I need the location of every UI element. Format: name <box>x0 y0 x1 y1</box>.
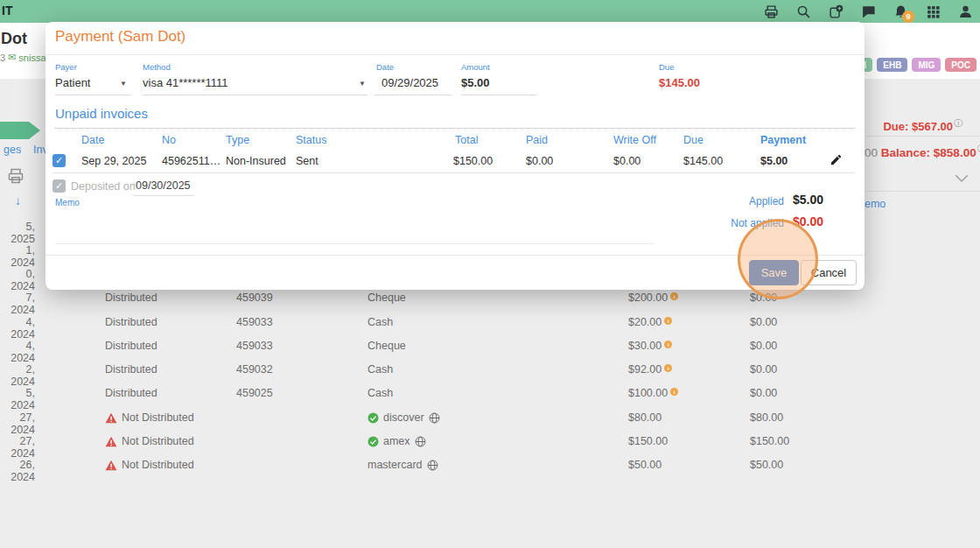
field-underline <box>133 195 194 196</box>
memo-column-header-fragment: emo <box>864 198 886 210</box>
invoice-total: $150.00 <box>453 155 493 167</box>
notifications-bell-icon[interactable]: 9 <box>893 4 908 19</box>
payment-method: Cash <box>368 387 393 399</box>
tab-charges-fragment[interactable]: ges <box>4 144 21 156</box>
deposited-checkbox[interactable]: ✓ <box>52 179 66 193</box>
print-payments-icon[interactable] <box>7 167 24 185</box>
field-underline <box>143 95 368 95</box>
distribution-status: Distributed <box>105 316 158 328</box>
invoice-status: Sent <box>296 155 318 167</box>
distribution-status: Not Distributed <box>122 459 194 471</box>
payer-label: Payer <box>55 62 77 72</box>
invoice-checkbox[interactable]: ✓ <box>52 154 66 167</box>
invoice-payment: $5.00 <box>760 155 788 167</box>
warning-icon <box>105 436 117 447</box>
total-amount: $80.00 <box>628 411 662 424</box>
unpaid-invoices-heading: Unpaid invoices <box>55 106 148 121</box>
invoice-type: Non-Insured <box>226 155 286 167</box>
payment-method: mastercard <box>368 459 423 471</box>
col-paid: Paid <box>526 134 548 146</box>
invoice-date: Sep 29, 2025 <box>81 155 146 167</box>
contact-number-fragment: 3 <box>0 53 5 63</box>
stage-progress-arrow <box>0 122 40 139</box>
badge-ehb[interactable]: EHB <box>877 58 907 72</box>
total-amount: $100.00 <box>628 387 668 399</box>
info-dot-icon[interactable]: i <box>664 364 672 372</box>
memo-label: Memo <box>55 198 80 207</box>
applied-amount: $150.00 <box>750 435 789 447</box>
payment-row[interactable]: 7, 2024 Distributed 459039 Cheque $200.0… <box>0 292 980 309</box>
sort-descending-arrow[interactable]: ↓ <box>15 193 21 207</box>
payment-row[interactable]: 27, 2024 Not Distributed discover $80.00… <box>0 411 980 429</box>
add-patient-icon[interactable] <box>829 4 844 19</box>
payer-select[interactable]: Patient <box>55 76 90 89</box>
account-due-total: Due: $567.00ⓘ <box>883 117 962 133</box>
info-dot-icon[interactable]: i <box>664 317 672 325</box>
amount-input[interactable]: $5.00 <box>461 76 490 89</box>
payment-method: Cash <box>368 363 393 376</box>
invoice-paid: $0.00 <box>526 155 553 167</box>
payment-row[interactable]: 5, 2024 Distributed 459025 Cash $100.00i… <box>0 387 980 404</box>
badge-poc[interactable]: POC <box>945 58 976 72</box>
field-underline <box>374 95 452 95</box>
applied-amount: $0.00 <box>750 316 777 328</box>
field-underline <box>55 95 130 95</box>
account-balance-total: 00 Balance: $858.00ⓘ <box>864 143 980 159</box>
memo-input[interactable] <box>55 243 654 244</box>
topbar-text-fragment: IT <box>2 4 12 18</box>
invoice-number: 459032 <box>236 363 273 376</box>
chevron-down-icon[interactable]: ▼ <box>120 80 127 88</box>
payment-row[interactable]: 2, 2024 Distributed 459032 Cash $92.00i … <box>0 363 980 381</box>
invoice-write-off: $0.00 <box>613 155 640 167</box>
applied-amount: $5.00 <box>793 193 823 207</box>
total-amount: $20.00 <box>628 316 662 328</box>
info-dot-icon[interactable]: i <box>670 292 678 300</box>
not-applied-amount: $0.00 <box>793 214 823 228</box>
payment-date-input[interactable]: 09/29/2025 <box>382 76 438 89</box>
payment-method: Cheque <box>368 340 406 352</box>
deposited-on-label: Deposited on <box>71 180 136 193</box>
globe-icon <box>415 436 426 447</box>
deposited-date-input[interactable]: 09/30/2025 <box>136 179 191 192</box>
total-amount: $200.00 <box>628 292 668 304</box>
edit-payment-icon[interactable] <box>830 153 843 166</box>
account-icon[interactable] <box>958 4 973 19</box>
badge-mig[interactable]: MIG <box>912 58 941 72</box>
apps-grid-icon[interactable] <box>926 4 941 19</box>
globe-icon <box>427 460 438 471</box>
printer-icon[interactable] <box>764 4 779 19</box>
warning-icon <box>105 412 117 424</box>
date-label: Date <box>376 62 394 72</box>
warning-icon <box>105 460 117 471</box>
top-navigation-bar: IT 9 <box>0 0 980 23</box>
app-screen: IT 9 Do <box>0 0 980 548</box>
invoice-number: 459039 <box>236 292 273 304</box>
payment-row[interactable]: 4, 2024 Distributed 459033 Cheque $30.00… <box>0 340 980 357</box>
chat-icon[interactable] <box>861 4 876 19</box>
chevron-down-icon[interactable] <box>954 172 970 185</box>
info-icon[interactable]: ⓘ <box>954 118 962 128</box>
amount-label: Amount <box>461 62 490 72</box>
search-icon[interactable] <box>796 4 811 19</box>
col-write-off: Write Off <box>613 134 656 146</box>
payment-row[interactable]: 26, 2024 Not Distributed mastercard $50.… <box>0 459 980 476</box>
payment-method: Cash <box>368 316 393 328</box>
divider <box>866 191 980 192</box>
payment-row[interactable]: 4, 2024 Distributed 459033 Cash $20.00i … <box>0 316 980 334</box>
notification-count-badge: 9 <box>902 11 914 23</box>
payment-row[interactable]: 27, 2024 Not Distributed amex $150.00 $1… <box>0 435 980 453</box>
not-applied-label: Not applied <box>696 217 784 229</box>
distribution-status: Distributed <box>105 387 158 399</box>
method-select[interactable]: visa 41******1111 <box>143 76 228 89</box>
divider <box>866 136 980 137</box>
verified-check-icon <box>368 412 379 424</box>
distribution-status: Not Distributed <box>122 435 194 447</box>
patient-email-fragment[interactable]: snissar <box>18 53 49 63</box>
info-icon[interactable]: ⓘ <box>977 144 980 153</box>
due-amount: $145.00 <box>659 76 700 89</box>
info-dot-icon[interactable]: i <box>664 341 672 348</box>
save-button[interactable]: Save <box>749 260 799 285</box>
chevron-down-icon[interactable]: ▼ <box>359 80 366 88</box>
cancel-button[interactable]: Cancel <box>801 260 857 285</box>
info-dot-icon[interactable]: i <box>670 388 678 396</box>
